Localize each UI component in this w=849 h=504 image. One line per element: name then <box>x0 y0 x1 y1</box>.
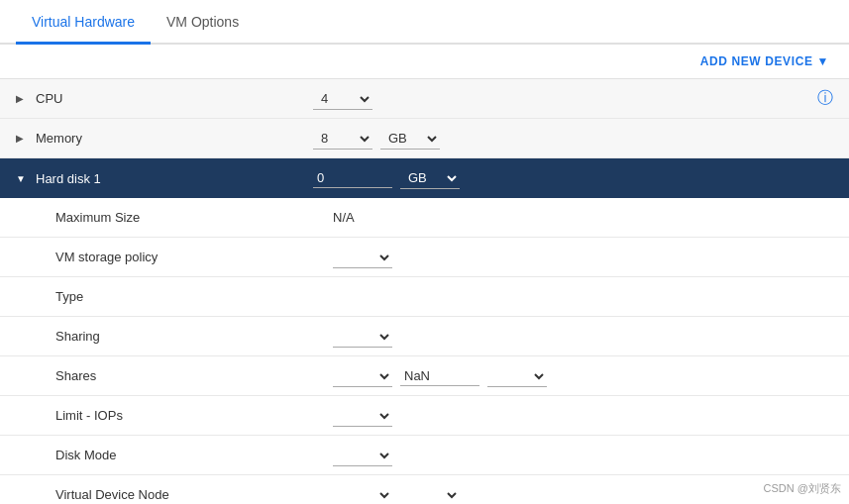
tab-virtual-hardware[interactable]: Virtual Hardware <box>16 0 151 45</box>
cpu-controls: 4 1 2 8 <box>313 88 817 110</box>
type-row: Type <box>0 277 849 317</box>
hard-disk-controls: GB MB TB <box>313 167 833 189</box>
memory-unit-select[interactable]: GB MB <box>380 128 440 150</box>
virtual-device-node-select1[interactable] <box>333 484 392 505</box>
hard-disk-size-input[interactable] <box>313 168 392 188</box>
hard-disk-expand-toggle[interactable]: ▼ <box>16 173 36 184</box>
limit-iops-select[interactable] <box>333 405 392 427</box>
memory-controls: 8 4 16 GB MB <box>313 128 833 150</box>
virtual-device-node-select2[interactable] <box>400 484 460 505</box>
memory-expand-toggle[interactable]: ▶ <box>16 133 36 144</box>
hardware-list: ▶ CPU 4 1 2 8 ⓘ ▶ Memory 8 4 16 GB MB <box>0 78 849 504</box>
maximum-size-label: Maximum Size <box>55 210 333 225</box>
chevron-down-icon: ▼ <box>817 54 829 68</box>
hard-disk-label: Hard disk 1 <box>36 171 313 186</box>
maximum-size-controls: N/A <box>333 210 833 225</box>
sharing-controls <box>333 326 833 348</box>
maximum-size-row: Maximum Size N/A <box>0 198 849 238</box>
vm-storage-policy-row: VM storage policy <box>0 238 849 277</box>
sharing-row: Sharing <box>0 317 849 356</box>
disk-mode-controls <box>333 445 833 466</box>
cpu-row: ▶ CPU 4 1 2 8 ⓘ <box>0 79 849 119</box>
toolbar: ADD NEW DEVICE ▼ <box>0 45 849 78</box>
disk-mode-select[interactable] <box>333 445 392 466</box>
shares-select[interactable] <box>333 365 392 387</box>
shares-unit-select[interactable] <box>487 365 547 387</box>
shares-controls <box>333 365 833 387</box>
virtual-device-node-label: Virtual Device Node <box>55 487 333 502</box>
cpu-label: CPU <box>36 91 313 106</box>
tabs: Virtual Hardware VM Options <box>0 0 849 45</box>
shares-label: Shares <box>55 368 333 383</box>
sharing-select[interactable] <box>333 326 392 348</box>
cpu-count-select[interactable]: 4 1 2 8 <box>313 88 372 110</box>
memory-label: Memory <box>36 131 313 146</box>
disk-mode-label: Disk Mode <box>55 448 333 462</box>
vm-storage-policy-select[interactable] <box>333 247 392 268</box>
virtual-device-node-row: Virtual Device Node <box>0 475 849 504</box>
limit-iops-controls <box>333 405 833 427</box>
memory-value-select[interactable]: 8 4 16 <box>313 128 372 150</box>
vm-storage-policy-label: VM storage policy <box>55 250 333 264</box>
limit-iops-label: Limit - IOPs <box>55 408 333 423</box>
add-new-device-button[interactable]: ADD NEW DEVICE ▼ <box>700 54 829 68</box>
shares-row: Shares <box>0 356 849 396</box>
tab-vm-options[interactable]: VM Options <box>151 0 255 43</box>
maximum-size-value: N/A <box>333 210 355 225</box>
hard-disk-unit-select[interactable]: GB MB TB <box>400 167 460 189</box>
add-device-label: ADD NEW DEVICE <box>700 54 813 68</box>
type-label: Type <box>55 289 333 304</box>
hard-disk-row: ▼ Hard disk 1 GB MB TB <box>0 158 849 198</box>
cpu-expand-toggle[interactable]: ▶ <box>16 93 36 104</box>
virtual-device-node-controls <box>333 484 833 505</box>
sharing-label: Sharing <box>55 329 333 344</box>
vm-storage-policy-controls <box>333 247 833 268</box>
limit-iops-row: Limit - IOPs <box>0 396 849 436</box>
shares-nan-input[interactable] <box>400 366 479 386</box>
disk-mode-row: Disk Mode <box>0 436 849 475</box>
memory-row: ▶ Memory 8 4 16 GB MB <box>0 119 849 158</box>
cpu-info-icon[interactable]: ⓘ <box>817 88 833 109</box>
